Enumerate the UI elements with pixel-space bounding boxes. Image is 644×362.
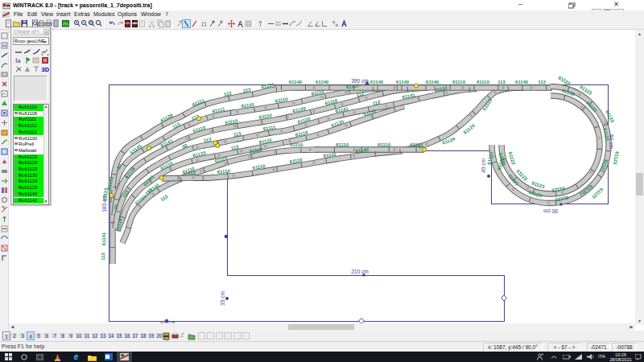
svg-text:3D: 3D [42,66,50,73]
svg-text:fa: fa [15,57,21,64]
